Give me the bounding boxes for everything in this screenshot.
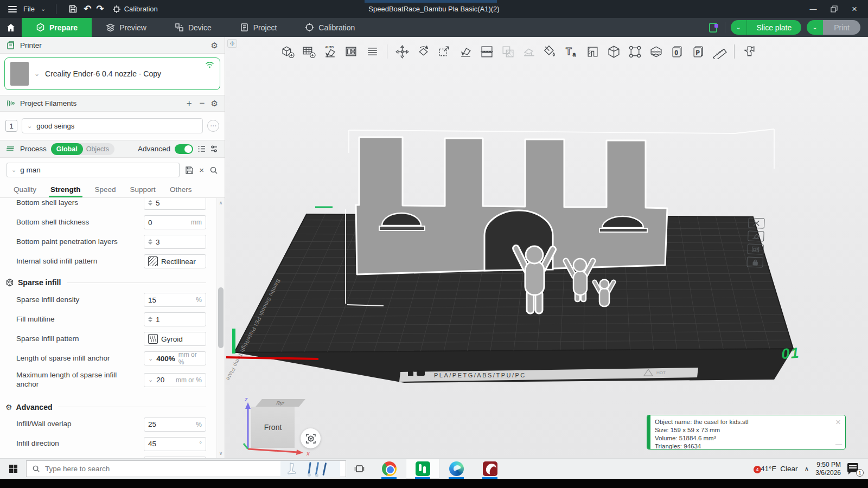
search-highlight-image[interactable] bbox=[280, 461, 340, 477]
global-objects-toggle[interactable]: Global Objects bbox=[51, 143, 114, 155]
undo-icon[interactable]: ↶ bbox=[84, 3, 91, 15]
objects-option[interactable]: Objects bbox=[83, 145, 114, 153]
task-view-button[interactable] bbox=[346, 459, 372, 479]
measure-icon[interactable] bbox=[711, 43, 727, 60]
variable-layer-height-icon[interactable] bbox=[648, 43, 664, 60]
slice-plate-button[interactable]: ⌄ Slice plate bbox=[731, 20, 802, 35]
clear-search-icon[interactable]: × bbox=[199, 165, 204, 175]
lock-plate-icon[interactable] bbox=[746, 256, 763, 267]
tray-expand-chevron-icon[interactable]: ∧ bbox=[804, 465, 809, 473]
lay-on-face-icon[interactable] bbox=[457, 43, 474, 60]
taskbar-chrome[interactable] bbox=[372, 459, 406, 479]
delete-plate-icon[interactable] bbox=[748, 218, 765, 229]
auto-orient-icon[interactable]: AUTO bbox=[322, 43, 338, 60]
cut-icon[interactable] bbox=[478, 43, 495, 60]
print-button[interactable]: ⌄ Print bbox=[807, 20, 860, 35]
filament-slot-number[interactable]: 1 bbox=[5, 120, 17, 132]
text-tool-icon[interactable]: Ta bbox=[563, 43, 579, 60]
process-search-input[interactable] bbox=[20, 166, 175, 174]
move-icon[interactable] bbox=[394, 43, 410, 60]
mesh-edit-icon[interactable] bbox=[605, 43, 622, 60]
bottom-shell-thickness-input[interactable]: 0 mm bbox=[144, 215, 206, 229]
svg-shape-icon[interactable] bbox=[584, 43, 601, 60]
print-options-chevron-icon[interactable]: ⌄ bbox=[807, 20, 823, 35]
scroll-down-icon[interactable]: ∨ bbox=[217, 451, 225, 456]
tune-icon[interactable] bbox=[210, 145, 218, 153]
tab-calibration[interactable]: Calibration bbox=[291, 18, 369, 37]
internal-solid-infill-pattern-select[interactable]: Rectilinear bbox=[144, 254, 206, 268]
rotate-icon[interactable] bbox=[415, 43, 431, 60]
bottom-shell-layers-input[interactable]: 5 bbox=[144, 198, 206, 210]
tab-project[interactable]: Project bbox=[226, 18, 291, 37]
settings-scrollbar[interactable]: ∧ ∨ bbox=[216, 198, 225, 458]
list-view-icon[interactable] bbox=[197, 145, 206, 153]
filament-selector[interactable]: ⌄ good seings bbox=[22, 118, 203, 133]
snapshot-button[interactable] bbox=[301, 428, 321, 448]
taskbar-search-box[interactable] bbox=[26, 460, 346, 477]
fill-multiline-input[interactable]: 1 bbox=[144, 312, 206, 326]
tab-support[interactable]: Support bbox=[123, 182, 163, 197]
save-preset-icon[interactable] bbox=[185, 166, 194, 175]
restore-button[interactable] bbox=[825, 2, 843, 16]
file-menu-chevron-icon[interactable]: ⌄ bbox=[41, 5, 46, 12]
taskbar-clock[interactable]: 9:50 PM 3/6/2026 bbox=[815, 461, 841, 477]
taskbar-search-input[interactable] bbox=[45, 465, 276, 473]
filament-more-button[interactable]: ⋯ bbox=[207, 120, 219, 132]
seam-painting-icon[interactable] bbox=[627, 43, 643, 60]
printer-selector[interactable]: ⌄ Creality Ender-6 0.4 nozzle - Copy bbox=[4, 57, 220, 90]
sparse-infill-pattern-select[interactable]: Gyroid bbox=[144, 332, 206, 346]
menu-icon[interactable] bbox=[7, 3, 18, 15]
tab-quality[interactable]: Quality bbox=[7, 182, 43, 197]
slice-options-chevron-icon[interactable]: ⌄ bbox=[731, 20, 747, 35]
printer-chevron-icon[interactable]: ⌄ bbox=[34, 70, 40, 78]
tab-prepare[interactable]: Prepare bbox=[22, 18, 92, 37]
castle-model[interactable] bbox=[356, 137, 667, 274]
plate-selector-icon[interactable] bbox=[709, 22, 719, 33]
tab-others[interactable]: Others bbox=[163, 182, 199, 197]
process-search-box[interactable]: ⌄ bbox=[7, 163, 180, 177]
add-filament-button[interactable]: + bbox=[185, 99, 194, 108]
auto-orient-plate-icon[interactable] bbox=[748, 230, 764, 241]
scroll-up-icon[interactable]: ∧ bbox=[217, 200, 225, 206]
plate-settings-icon[interactable]: P bbox=[690, 43, 706, 60]
home-button[interactable] bbox=[0, 18, 22, 37]
taskbar-bambu-studio[interactable] bbox=[406, 459, 439, 479]
remove-filament-button[interactable]: − bbox=[198, 99, 207, 108]
advanced-toggle[interactable] bbox=[175, 144, 193, 154]
file-menu[interactable]: File bbox=[23, 5, 35, 13]
tab-strength[interactable]: Strength bbox=[43, 182, 88, 197]
bottom-paint-penetration-input[interactable]: 3 bbox=[144, 235, 206, 249]
tab-device[interactable]: Device bbox=[161, 18, 226, 37]
search-icon[interactable] bbox=[209, 166, 218, 175]
save-icon[interactable] bbox=[67, 3, 79, 15]
viewport-3d[interactable]: ‹|› Bambu Smooth PEI Plate/High Temp Pla… bbox=[225, 37, 868, 458]
split-objects-icon[interactable] bbox=[364, 43, 380, 60]
tab-speed[interactable]: Speed bbox=[88, 182, 123, 197]
tab-preview[interactable]: Preview bbox=[92, 18, 161, 37]
taskbar-red-app[interactable] bbox=[473, 459, 507, 479]
scrollbar-thumb[interactable] bbox=[218, 287, 224, 348]
sparse-infill-density-input[interactable]: 15 % bbox=[144, 293, 206, 307]
assembly-icon[interactable] bbox=[741, 43, 757, 60]
taskbar-edge[interactable] bbox=[439, 459, 473, 479]
filament-settings-gear-icon[interactable]: ⚙ bbox=[211, 99, 218, 107]
add-plate-icon[interactable] bbox=[301, 43, 317, 60]
minimize-button[interactable]: — bbox=[804, 2, 822, 16]
object-list-icon[interactable]: 0 bbox=[669, 43, 685, 60]
infill-wall-overlap-input[interactable]: 25 % bbox=[144, 418, 206, 432]
arrange-icon[interactable] bbox=[343, 43, 359, 60]
scale-icon[interactable] bbox=[436, 43, 452, 60]
max-length-sparse-infill-anchor-select[interactable]: ⌄ 20 mm or % bbox=[144, 373, 206, 387]
redo-icon[interactable]: ↷ bbox=[96, 3, 104, 15]
length-sparse-infill-anchor-select[interactable]: ⌄ 400% mm or % bbox=[144, 351, 206, 365]
view-cube[interactable]: Top Front z x bbox=[241, 395, 323, 458]
support-painting-icon[interactable] bbox=[521, 43, 537, 60]
taskbar-weather[interactable]: 4 41°F Clear bbox=[756, 465, 797, 473]
add-object-icon[interactable] bbox=[279, 43, 296, 60]
global-option[interactable]: Global bbox=[51, 143, 83, 155]
titlebar-calibration-button[interactable]: Calibration bbox=[112, 5, 158, 14]
arrange-plate-icon[interactable] bbox=[747, 243, 764, 254]
notification-center-button[interactable]: 1 bbox=[847, 463, 861, 475]
mesh-boolean-icon[interactable] bbox=[500, 43, 516, 60]
color-painting-icon[interactable] bbox=[542, 43, 558, 60]
